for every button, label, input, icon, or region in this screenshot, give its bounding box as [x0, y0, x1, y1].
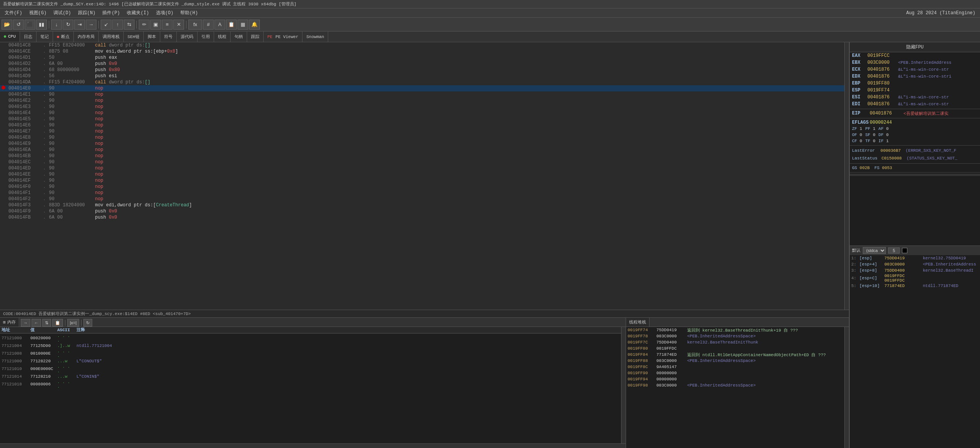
tab-mem[interactable]: 内存布局 — [74, 32, 99, 42]
memory-row[interactable]: 7712101477128210...wL"CONIN$" — [0, 373, 621, 380]
disasm-row[interactable]: 004014E2.90nop — [0, 98, 844, 104]
reg-val-cell[interactable]: 00401876 — [865, 101, 896, 108]
disasm-row[interactable]: 004014E1.90nop — [0, 91, 844, 98]
disasm-row[interactable]: 004014ED.90nop — [0, 165, 844, 171]
tb-font[interactable]: A — [214, 20, 225, 30]
tab-src[interactable]: 源代码 — [177, 32, 198, 42]
disasm-row[interactable]: 004014E3.90nop — [0, 104, 844, 110]
memory-hscroll[interactable] — [0, 443, 626, 448]
reg-val-cell[interactable]: 00401876 — [865, 73, 896, 80]
reg-val-cell[interactable]: 00401876 — [865, 66, 896, 73]
tb-step-over[interactable]: ↻ — [63, 20, 73, 30]
disasm-row[interactable]: 004014F9.6A 00push 0x0 — [0, 208, 844, 214]
reg-val-cell[interactable]: 003C0000 — [865, 59, 896, 66]
tb-bell[interactable]: 🔔 — [249, 20, 260, 30]
disasm-row[interactable]: 004014F1.90nop — [0, 190, 844, 196]
memory-row[interactable]: 7712100000020000. . . . — [0, 333, 621, 343]
stack-vscroll[interactable] — [844, 327, 849, 448]
tb-grid[interactable]: ▦ — [238, 20, 248, 30]
disasm-row[interactable]: 004014F3.8B3D 18204000mov edi,dword ptr … — [0, 202, 844, 208]
disasm-row[interactable]: 004014EF.90nop — [0, 178, 844, 184]
tab-ref[interactable]: 引用 — [198, 32, 214, 42]
tb-restart[interactable]: ↺ — [13, 20, 24, 30]
menu-options[interactable]: 选项(O) — [153, 9, 177, 17]
mem-btn4[interactable]: 📋 — [52, 319, 63, 327]
tab-cpu[interactable]: CPU — [0, 32, 20, 42]
disasm-row[interactable]: 004014CE.8B75 08mov esi,dword ptr ss:[eb… — [0, 48, 844, 55]
mem-btn1[interactable]: → — [21, 319, 30, 327]
stack-row[interactable]: 0019FF800019FFDC — [626, 345, 844, 352]
tb-hash[interactable]: # — [203, 20, 214, 30]
tab-note[interactable]: 笔记 — [37, 32, 53, 42]
stack-tab[interactable]: 线程堆栈 — [626, 318, 649, 327]
menu-help[interactable]: 帮助(H) — [177, 9, 201, 17]
stack-row[interactable]: 0019FF78003C0000<PEB.InheritedAddressSpa… — [626, 333, 844, 339]
menu-view[interactable]: 视图(G) — [26, 9, 50, 17]
memory-tab-active[interactable]: ⊞ 内存 — [0, 318, 19, 327]
tb-close[interactable]: ✕ — [173, 20, 184, 30]
conv-type-select[interactable]: (stdca — [863, 247, 886, 254]
disasm-row[interactable]: 004014F2.90nop — [0, 196, 844, 202]
tb-edit[interactable]: ✏ — [139, 20, 149, 30]
disasm-vscroll[interactable] — [844, 42, 849, 310]
tab-thread[interactable]: 线程 — [214, 32, 231, 42]
menu-file[interactable]: 文件(F) — [2, 9, 25, 17]
reg-val-cell[interactable]: 0019FF80 — [865, 80, 896, 87]
tab-callstack[interactable]: 调用堆栈 — [99, 32, 124, 42]
stack-row[interactable]: 0019FF88003C0000<PEB.InheritedAddressSpa… — [626, 358, 844, 364]
disasm-row[interactable]: 004014E5.90nop — [0, 116, 844, 122]
tab-sym[interactable]: 符号 — [160, 32, 177, 42]
disasm-row[interactable]: 004014DA.FF15 F4204000call dword ptr ds:… — [0, 79, 844, 85]
disasm-row[interactable]: 004014F0.90nop — [0, 184, 844, 190]
tb-open[interactable]: 📂 — [2, 20, 12, 30]
tb-fx[interactable]: fx — [188, 20, 202, 30]
stack-row[interactable]: 0019FF98003C0000<PEB.InheritedAddressSpa… — [626, 382, 844, 388]
stack-row[interactable]: 0019FF7C75DD0400kernel32.BaseThreadInitT… — [626, 339, 844, 345]
conv-value-input[interactable] — [888, 247, 900, 254]
disasm-row[interactable]: 004014D2.6A 00push 0x0 — [0, 61, 844, 67]
disasm-row[interactable]: 004014EA.90nop — [0, 147, 844, 153]
tb-stop[interactable]: ⬛ — [25, 20, 35, 30]
disasm-row[interactable]: 004014D9.56push esi — [0, 73, 844, 79]
disasm-row[interactable]: 004014D1.50push eax — [0, 55, 844, 61]
disasm-row[interactable]: 004014E4.90nop — [0, 110, 844, 116]
menu-plugins[interactable]: 插件(P) — [99, 9, 123, 17]
memory-row[interactable]: 77121010000E0000C. . . . — [0, 364, 621, 373]
disasm-row[interactable]: 004014EB.90nop — [0, 153, 844, 159]
memory-row[interactable]: 771210080010000E. . . . — [0, 349, 621, 358]
tab-handle[interactable]: 句柄 — [231, 32, 247, 42]
disasm-row[interactable]: 004014E7.90nop — [0, 128, 844, 134]
tab-pe[interactable]: PE PE Viewer — [264, 32, 303, 42]
menu-debug[interactable]: 调试(D) — [50, 9, 74, 17]
memory-row[interactable]: 7712100077128220...wL"CONOUT$" — [0, 358, 621, 364]
disasm-row[interactable]: 004014E6.90nop — [0, 122, 844, 128]
tab-bp[interactable]: 断点 — [53, 32, 74, 42]
tb-back[interactable]: ↑ — [112, 20, 123, 30]
memory-row[interactable]: 7712100477125D90.]..wntdll.77121004 — [0, 343, 621, 349]
disasm-row[interactable]: 004014EC.90nop — [0, 159, 844, 165]
tb-step-into[interactable]: ↓ — [51, 20, 62, 30]
mem-btn6[interactable]: ↻ — [83, 319, 92, 327]
disasm-row[interactable]: 004014D4.68 80000000push 0x80 — [0, 67, 844, 73]
disasm-row[interactable]: 004014C8.FF15 E8204000call dword ptr ds:… — [0, 42, 844, 48]
tab-script[interactable]: 脚本 — [144, 32, 160, 42]
tb-clipboard[interactable]: 📋 — [226, 20, 237, 30]
disasm-row[interactable]: 004014E9.90nop — [0, 141, 844, 147]
memory-row[interactable]: 7712101800080006. . . . — [0, 380, 621, 389]
mem-btn2[interactable]: ← — [32, 319, 41, 327]
mem-btn5[interactable]: |x=| — [67, 319, 80, 327]
reg-val-cell[interactable]: 0019FF74 — [865, 87, 896, 94]
menu-favorites[interactable]: 收藏夹(I) — [124, 9, 152, 17]
tb-pause[interactable]: ▮▮ — [36, 20, 47, 30]
tb-goto[interactable]: ↙ — [101, 20, 111, 30]
tb-patch[interactable]: ▣ — [150, 20, 161, 30]
reg-val-cell[interactable]: 0019FFCC — [865, 52, 896, 59]
stack-row[interactable]: 0019FF7475DD0419返回到 kernel32.BaseThreadI… — [626, 327, 844, 333]
stack-row[interactable]: 0019FF9000000000 — [626, 370, 844, 376]
memory-vscroll[interactable] — [621, 327, 626, 443]
stack-row[interactable]: 0019FF84771874ED返回到 ntdll.RtlGetAppConta… — [626, 352, 844, 358]
tab-snowman[interactable]: Snowman — [302, 32, 328, 42]
disasm-row[interactable]: 004014EE.90nop — [0, 171, 844, 178]
tab-log[interactable]: 日志 — [20, 32, 37, 42]
tb-run-to[interactable]: → — [86, 20, 96, 30]
